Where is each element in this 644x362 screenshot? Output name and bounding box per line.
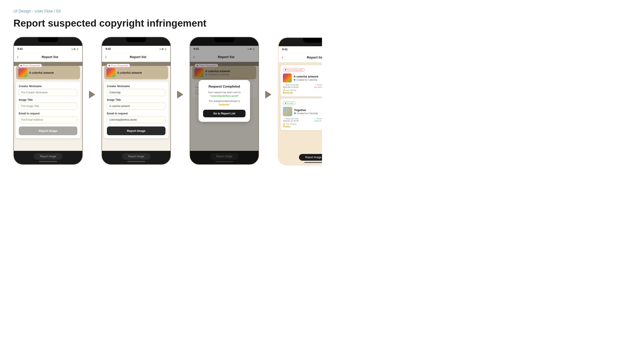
phone-4-back-button[interactable]: ‹ [282,55,283,60]
arrow-3 [265,90,272,98]
phone-3-modal-text1: Your request has been sent to [203,90,246,94]
phone-4-keyphrase-value-2: Potato [283,125,322,128]
phone-4-navbar: ‹ Report list [278,52,322,62]
phone-1-artwork-info: A colorful artwork [29,71,78,74]
phone-4-creator-1: Created by Colorchip [294,79,318,81]
phone-1-prove-dot [20,65,22,66]
phone-4-reported-label-2: → Reported Date [283,117,312,120]
phone-2-artwork-info: A colorful artwork [117,71,166,74]
phone-4-item1-header: A colorful artwork Created by Colorchip [283,73,322,82]
phone-3-modal-btn[interactable]: Go to Report List [203,110,246,117]
phone-2-report-btn[interactable]: Report Image [107,126,166,135]
phone-4-item2-info: Together Created by Colorchip [294,108,318,115]
phone-4-list: Prove Requested A colorful artwork Creat… [278,62,322,152]
phone-1-email-input[interactable] [19,116,77,123]
phone-4-check-icon-2: ✓ [314,117,316,120]
phone-3-modal-email: "colorchip@ethos.world" [203,94,246,98]
phone-4-bottom: Report Image [278,152,322,165]
phone-4-statusbar: 9:41 ▪▪ ≋ 🔋 [278,46,322,52]
arrow-3-shape [265,90,272,98]
phone-4-proved-date-1: Not proved yet [314,86,322,88]
phone-1-image-label: Image Title [19,98,77,101]
phone-2-topbar [102,37,170,46]
phone-4-proved-col-1: ✓ Proved Date Not proved yet [314,84,322,88]
phone-4-bottom-btn[interactable]: Report Image [299,154,322,161]
arrow-2-shape [177,90,183,98]
phone-4-creator-2: Created by Colorchip [294,112,318,115]
phone-1-image-input[interactable] [19,103,77,110]
phone-1-email-label: Email to request [19,112,77,115]
phone-2-prove-label: Prove Requested [111,64,128,67]
phone-4-creator-text-1: Created by Colorchip [296,79,317,81]
phone-4-badge-2: Proved [283,101,296,105]
phone-1-creator-label: Creator Nickname [19,85,77,88]
phone-1-creator-input[interactable] [19,89,77,96]
phone-2-status-icons: ▪▪ ≋ 🔋 [160,48,167,50]
phone-4-keyphrase-label-2: 🔑 Key Phrase [283,123,322,125]
phone-2-navbar: ‹ Report list [102,52,170,62]
phone-2-creator-label: Creator Nickname [107,85,166,88]
phone-2-creator-input[interactable] [107,89,166,96]
phone-4-item1-info: A colorful artwork Created by Colorchip [294,75,318,81]
arrow-1-shape [89,90,95,98]
phone-1-bottom-btn[interactable]: Report Image [34,153,62,160]
phone-1-report-btn[interactable]: Report Image [19,126,77,135]
phone-4-dot-1 [285,69,286,71]
phone-1-form-panel: Creator Nickname Image Title Email to re… [16,81,80,138]
phone-4-proved-label-2: ✓ Proved Date [314,117,322,120]
phones-container: 9:41 ▪▪ ≋ 🔋 ‹ Report list Prove Requeste… [14,37,308,166]
phone-4: 9:41 ▪▪ ≋ 🔋 ‹ Report list Prove Requeste… [278,38,322,165]
phone-4-thumb-1 [283,73,292,82]
phone-1-artwork-card: Prove Requested A colorful artwork [16,66,80,79]
phone-4-reported-date-2: 2023.01.21 02:30 [283,120,312,122]
phone-2-artwork-card: Prove Requested A colorful artwork [104,66,168,79]
phone-1-home-indicator [39,161,57,162]
phone-4-thumb-2 [283,107,292,116]
phone-4-item-2[interactable]: Proved Together Created by Colorchip [280,98,322,130]
phone-1-body: Prove Requested A colorful artwork Creat… [14,66,82,151]
phone-1-statusbar: 9:41 ▪▪ ≋ 🔋 [14,46,82,52]
phone-4-reported-date-1: 2023.01.21 02:30 [283,86,312,88]
phone-4-dot-2 [285,103,286,104]
phone-4-time: 9:41 [282,48,288,51]
phone-4-creator-dot-2 [294,112,296,114]
phone-3-modal-overlay: Request Completed Your request has been … [190,37,258,164]
phone-4-meta-1: → Reported Date 2023.01.21 02:30 ✓ Prove… [283,84,322,88]
phone-2-form-panel: Creator Nickname Image Title Email to re… [104,81,168,138]
phone-2-statusbar: 9:41 ▪▪ ≋ 🔋 [102,46,170,52]
phone-2-prove-dot [108,65,110,66]
phone-3-modal-phrase: "butterfly" [203,103,246,107]
phone-2-time: 9:41 [106,47,111,50]
phone-4-proved-label-1: ✓ Proved Date [314,84,322,86]
phone-4-badge-label-2: Proved [287,102,294,104]
phone-4-item-1[interactable]: Prove Requested A colorful artwork Creat… [280,65,322,96]
phone-1-back-button[interactable]: ‹ [17,54,18,59]
phone-2-email-label: Email to request [107,112,166,115]
phone-2-home-indicator [127,161,145,162]
phone-4-reported-label-1: → Reported Date [283,84,312,86]
breadcrumb: UI Design - User Flow / 03 [14,9,308,14]
phone-4-proved-col-2: ✓ Proved Date 2023.01.23 12:30 [314,117,322,122]
phone-2-image-input[interactable] [107,103,166,110]
phone-2-nav-title: Report list [109,55,167,59]
phone-4-artwork-title-1: A colorful artwork [294,75,318,78]
phone-2-bottom: Report Image [102,151,170,164]
phone-2-body: Prove Requested A colorful artwork Creat… [102,66,170,151]
phone-4-reported-col-1: → Reported Date 2023.01.21 02:30 [283,84,312,88]
phone-1: 9:41 ▪▪ ≋ 🔋 ‹ Report list Prove Requeste… [14,37,83,165]
phone-4-proved-date-2: 2023.01.23 12:30 [314,120,322,122]
phone-4-badge-label-1: Prove Requested [287,69,303,71]
phone-2-prove-badge: Prove Requested [106,64,130,67]
phone-4-topbar [278,38,322,46]
phone-1-prove-badge: Prove Requested [18,64,42,67]
phone-2-back-button[interactable]: ‹ [105,54,107,59]
phone-2-email-input[interactable] [107,116,166,123]
phone-4-keyphrase-label-1: 🔑 Key Phrase [283,89,322,91]
phone-4-key-icon-2: 🔑 [283,123,285,125]
phone-1-prove-label: Prove Requested [23,64,40,67]
phone-4-artwork-title-2: Together [294,108,318,112]
phone-4-creator-dot-1 [294,79,296,81]
phone-2-artwork-thumb [106,68,116,77]
phone-1-topbar [14,37,82,46]
phone-2-bottom-btn[interactable]: Report Image [122,153,151,160]
